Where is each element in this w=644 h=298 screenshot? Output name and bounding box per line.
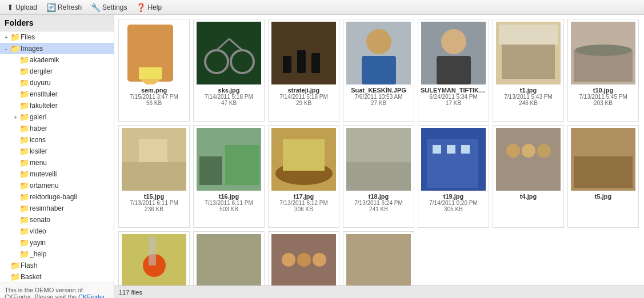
file-item-14[interactable]: t7.jpg bbox=[118, 231, 190, 285]
help-button[interactable]: ❓ Help bbox=[133, 2, 165, 13]
svg-point-43 bbox=[537, 144, 551, 158]
sidebar-item-menu[interactable]: 📁menu bbox=[0, 157, 114, 168]
thumbnail-7 bbox=[122, 128, 186, 191]
thumbnail-3 bbox=[346, 22, 411, 84]
svg-rect-10 bbox=[297, 50, 306, 73]
sidebar-item-icons[interactable]: 📁icons bbox=[0, 134, 114, 146]
file-date-7: 7/13/2011 6:11 PM bbox=[121, 200, 187, 206]
tree-toggle-files[interactable]: + bbox=[2, 34, 10, 41]
thumbnail-13 bbox=[571, 128, 635, 191]
sidebar-item-dergiler[interactable]: 📁dergiler bbox=[0, 66, 114, 77]
file-item-3[interactable]: Suat_KESKİN.JPG7/6/2011 10:53 AM27 KB bbox=[343, 19, 414, 122]
folder-icon-duyuru: 📁 bbox=[19, 78, 30, 87]
sidebar-item-senato[interactable]: 📁senato bbox=[0, 214, 114, 225]
tree-toggle-images[interactable]: - bbox=[2, 46, 10, 52]
folder-label-fakulteler: fakulteler bbox=[30, 102, 58, 110]
sidebar-item-files[interactable]: +📁Files bbox=[0, 31, 114, 43]
sidebar-item-basket[interactable]: 📁Basket bbox=[0, 271, 114, 283]
file-date-11: 7/14/2011 0:20 PM bbox=[421, 200, 486, 206]
file-item-15[interactable]: t8.jpg bbox=[193, 231, 265, 285]
sidebar-item-images[interactable]: -📁Images bbox=[0, 43, 114, 54]
sidebar-item-resimhaber[interactable]: 📁resimhaber bbox=[0, 203, 114, 214]
svg-rect-54 bbox=[346, 234, 411, 285]
refresh-button[interactable]: 🔄 Refresh bbox=[43, 2, 85, 13]
file-name-9: t17.jpg bbox=[271, 193, 337, 200]
svg-point-53 bbox=[313, 253, 326, 267]
file-size-9: 306 KB bbox=[271, 206, 337, 212]
thumbnail-14 bbox=[122, 234, 186, 285]
file-item-8[interactable]: t16.jpg7/13/2011 6:11 PM503 KB bbox=[193, 125, 265, 228]
file-item-1[interactable]: sks.jpg7/14/2011 5:18 PM47 KB bbox=[193, 19, 265, 122]
status-bar: 117 files bbox=[114, 285, 644, 298]
file-item-16[interactable]: TA7_9493.jpg bbox=[268, 231, 339, 285]
file-item-6[interactable]: t10.jpg7/13/2011 5:45 PM203 KB bbox=[567, 19, 639, 122]
file-size-10: 241 KB bbox=[346, 206, 411, 212]
file-date-6: 7/13/2011 5:45 PM bbox=[570, 94, 636, 100]
main-layout: Folders +📁Files-📁Images📁akademik📁dergile… bbox=[0, 15, 644, 298]
file-item-10[interactable]: t18.jpg7/13/2011 6:24 PM241 KB bbox=[343, 125, 414, 228]
thumbnail-12 bbox=[496, 128, 561, 191]
file-name-10: t18.jpg bbox=[346, 193, 411, 200]
file-date-9: 7/13/2011 6:12 PM bbox=[271, 200, 337, 206]
thumbnail-9 bbox=[271, 128, 336, 191]
file-date-10: 7/13/2011 6:24 PM bbox=[346, 200, 411, 206]
file-item-7[interactable]: t15.jpg7/13/2011 6:11 PM236 KB bbox=[118, 125, 190, 228]
settings-button[interactable]: 🔧 Settings bbox=[87, 2, 130, 13]
svg-point-52 bbox=[297, 253, 311, 267]
file-item-2[interactable]: strateji.jpg7/14/2011 5:18 PM29 KB bbox=[268, 19, 339, 122]
file-grid[interactable]: sem.png7/15/2011 3:47 PM56 KBsks.jpg7/14… bbox=[114, 15, 644, 285]
tree-toggle-galeri[interactable]: + bbox=[11, 114, 19, 120]
file-size-6: 203 KB bbox=[570, 100, 636, 106]
file-item-11[interactable]: t19.jpg7/14/2011 0:20 PM305 KB bbox=[418, 125, 489, 228]
thumbnail-8 bbox=[197, 128, 261, 191]
svg-point-13 bbox=[366, 29, 391, 54]
thumbnail-6 bbox=[571, 22, 635, 84]
sidebar-item-flash[interactable]: 📁Flash bbox=[0, 260, 114, 271]
file-name-0: sem.png bbox=[121, 87, 187, 94]
file-date-8: 7/13/2011 6:11 PM bbox=[196, 200, 262, 206]
folder-icon-menu: 📁 bbox=[19, 158, 30, 167]
help-icon: ❓ bbox=[136, 3, 146, 12]
sidebar-item-mutevelli[interactable]: 📁mutevelli bbox=[0, 168, 114, 180]
thumbnail-17 bbox=[346, 234, 411, 285]
file-item-9[interactable]: t17.jpg7/13/2011 6:12 PM306 KB bbox=[268, 125, 339, 228]
sidebar-item-galeri[interactable]: +📁galeri bbox=[0, 111, 114, 123]
sidebar-item-fakulteler[interactable]: 📁fakulteler bbox=[0, 100, 114, 111]
file-item-5[interactable]: t1.jpg7/13/2011 5:43 PM246 KB bbox=[493, 19, 564, 122]
folder-icon-basket: 📁 bbox=[10, 272, 21, 281]
file-size-3: 27 KB bbox=[346, 100, 411, 106]
file-item-4[interactable]: SULEYMAN_TIFTIK.jpg6/24/2011 5:34 PM17 K… bbox=[418, 19, 489, 122]
upload-button[interactable]: ⬆ Upload bbox=[3, 2, 41, 13]
sidebar-item-rektorluge-bagli[interactable]: 📁rektorluge-bagli bbox=[0, 191, 114, 203]
sidebar-item-kisiler[interactable]: 📁kisiler bbox=[0, 146, 114, 157]
folder-icon-video: 📁 bbox=[19, 227, 30, 236]
sidebar-title: Folders bbox=[5, 18, 34, 27]
sidebar-item-duyuru[interactable]: 📁duyuru bbox=[0, 77, 114, 88]
sidebar-item-akademik[interactable]: 📁akademik bbox=[0, 54, 114, 66]
folder-label-galeri: galeri bbox=[30, 113, 46, 121]
folder-label-kisiler: kisiler bbox=[30, 147, 47, 155]
sidebar-item-_help[interactable]: 📁_help bbox=[0, 248, 114, 260]
sidebar-item-yayin[interactable]: 📁yayin bbox=[0, 237, 114, 248]
sidebar-item-video[interactable]: 📁video bbox=[0, 225, 114, 237]
file-item-0[interactable]: sem.png7/15/2011 3:47 PM56 KB bbox=[118, 19, 190, 122]
sidebar-item-haber[interactable]: 📁haber bbox=[0, 123, 114, 134]
file-size-1: 47 KB bbox=[196, 100, 262, 106]
file-item-12[interactable]: t4.jpg bbox=[493, 125, 564, 228]
sidebar-item-enstituler[interactable]: 📁enstituler bbox=[0, 88, 114, 100]
svg-point-16 bbox=[441, 29, 466, 54]
file-item-13[interactable]: t5.jpg bbox=[567, 125, 639, 228]
folder-label-akademik: akademik bbox=[30, 56, 59, 64]
file-item-17[interactable]: TA7_9570.jpg bbox=[343, 231, 414, 285]
file-size-8: 503 KB bbox=[196, 206, 262, 212]
folder-icon-fakulteler: 📁 bbox=[19, 101, 30, 110]
toolbar: ⬆ Upload 🔄 Refresh 🔧 Settings ❓ Help bbox=[0, 0, 644, 15]
folder-label-rektorluge-bagli: rektorluge-bagli bbox=[30, 193, 77, 201]
thumbnail-10 bbox=[346, 128, 411, 191]
file-name-6: t10.jpg bbox=[570, 87, 636, 94]
folder-icon-yayin: 📁 bbox=[19, 238, 30, 247]
svg-rect-11 bbox=[311, 53, 320, 73]
folder-icon-flash: 📁 bbox=[10, 261, 21, 270]
sidebar-item-ortamenu[interactable]: 📁ortamenu bbox=[0, 180, 114, 191]
svg-rect-39 bbox=[461, 145, 470, 154]
